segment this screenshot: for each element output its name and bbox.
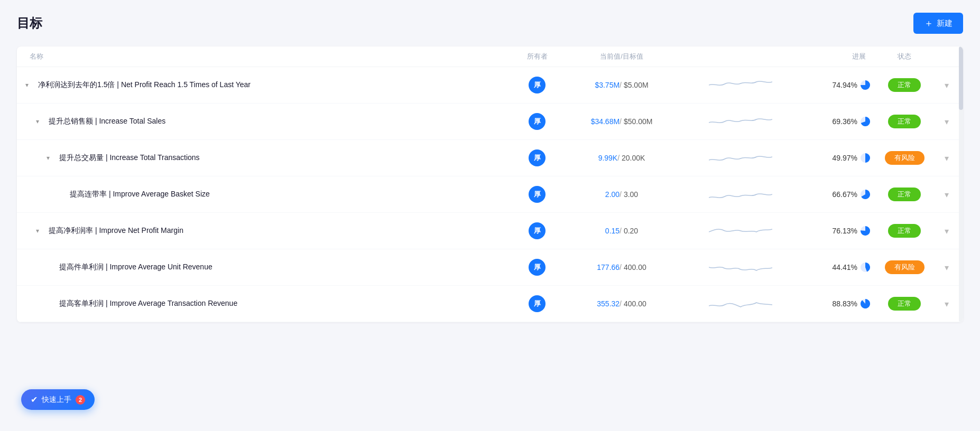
- col-status-cell: 正常: [870, 188, 939, 201]
- current-value: 177.66: [597, 263, 620, 271]
- value-separator: /: [617, 154, 622, 162]
- col-value-cell: 2.00/ 3.00: [569, 190, 674, 199]
- header-action: [939, 52, 955, 61]
- col-value-cell: 177.66/ 400.00: [569, 263, 674, 271]
- col-chart-cell: [674, 148, 807, 167]
- col-action-cell[interactable]: ▾: [939, 117, 955, 127]
- row-action-icon[interactable]: ▾: [945, 226, 949, 236]
- progress-pie-chart: [861, 263, 870, 272]
- col-status-cell: 有风险: [870, 151, 939, 165]
- sparkline-chart: [709, 76, 772, 95]
- sparkline-chart: [709, 112, 772, 131]
- expand-icon[interactable]: ▾: [36, 227, 44, 235]
- col-action-cell[interactable]: ▾: [939, 226, 955, 236]
- header-owner: 所有者: [505, 52, 569, 61]
- sparkline-chart: [709, 185, 772, 204]
- col-name: ▾ 提升总销售额 | Increase Total Sales: [25, 117, 505, 126]
- quick-start-badge: 2: [76, 395, 85, 405]
- check-icon: ✔: [31, 395, 38, 405]
- row-action-icon[interactable]: ▾: [945, 117, 949, 127]
- col-action-cell[interactable]: ▾: [939, 80, 955, 90]
- value-separator: /: [620, 81, 624, 89]
- status-badge: 有风险: [885, 260, 924, 274]
- col-action-cell[interactable]: ▾: [939, 299, 955, 309]
- progress-text: 74.94%: [833, 81, 857, 89]
- avatar: 厚: [529, 113, 546, 130]
- target-value: 400.00: [624, 299, 646, 308]
- col-progress-cell: 66.67%: [807, 190, 870, 199]
- current-value: $34.68M: [591, 117, 620, 126]
- col-chart-cell: [674, 185, 807, 204]
- current-value: $3.75M: [595, 81, 620, 89]
- table-header: 名称 所有者 当前值/目标值 进展 状态: [17, 46, 963, 67]
- table-body: ▾ 净利润达到去年的1.5倍 | Net Profit Reach 1.5 Ti…: [17, 67, 963, 322]
- sparkline-chart: [709, 221, 772, 240]
- col-owner-cell: 厚: [505, 259, 569, 276]
- col-progress-cell: 74.94%: [807, 80, 870, 90]
- col-name: 提高连带率 | Improve Average Basket Size: [25, 190, 505, 199]
- table-row: ▾ 提高净利润率 | Improve Net Profit Margin 厚 0…: [17, 213, 963, 249]
- new-button[interactable]: ＋ 新建: [913, 13, 963, 34]
- page-container: 目标 ＋ 新建 名称 所有者 当前值/目标值 进展 状态 ▾ 净利润达到去年的1…: [0, 0, 980, 431]
- col-action-cell[interactable]: ▾: [939, 153, 955, 163]
- col-progress-cell: 76.13%: [807, 226, 870, 236]
- avatar: 厚: [529, 295, 546, 312]
- progress-text: 44.41%: [833, 263, 857, 271]
- table-row: ▾ 提升总销售额 | Increase Total Sales 厚 $34.68…: [17, 104, 963, 140]
- row-action-icon[interactable]: ▾: [945, 153, 949, 163]
- avatar: 厚: [529, 149, 546, 166]
- table-row: 提高件单利润 | Improve Average Unit Revenue 厚 …: [17, 249, 963, 286]
- plus-icon: ＋: [924, 17, 933, 30]
- progress-pie-chart: [861, 153, 870, 163]
- scrollbar-track[interactable]: [959, 46, 963, 322]
- avatar: 厚: [529, 186, 546, 203]
- avatar: 厚: [529, 77, 546, 93]
- col-name: ▾ 提高净利润率 | Improve Net Profit Margin: [25, 226, 505, 236]
- col-name: ▾ 净利润达到去年的1.5倍 | Net Profit Reach 1.5 Ti…: [25, 80, 505, 90]
- expand-icon[interactable]: ▾: [25, 81, 34, 89]
- col-chart-cell: [674, 258, 807, 277]
- progress-text: 69.36%: [833, 117, 857, 126]
- expand-icon[interactable]: ▾: [36, 118, 44, 125]
- quick-start-button[interactable]: ✔ 快速上手 2: [21, 389, 95, 410]
- row-action-icon[interactable]: ▾: [945, 190, 949, 200]
- col-value-cell: $3.75M/ $5.00M: [569, 81, 674, 89]
- row-name-text: 提高净利润率 | Improve Net Profit Margin: [49, 226, 183, 236]
- col-progress-cell: 49.97%: [807, 153, 870, 163]
- row-name-text: 提升总销售额 | Increase Total Sales: [49, 117, 165, 126]
- status-badge: 正常: [888, 224, 921, 238]
- scrollbar-thumb[interactable]: [959, 46, 963, 110]
- row-action-icon[interactable]: ▾: [945, 263, 949, 273]
- row-name-text: 提高件单利润 | Improve Average Unit Revenue: [59, 263, 212, 272]
- table-row: ▾ 提升总交易量 | Increase Total Transactions 厚…: [17, 140, 963, 176]
- progress-pie-chart: [861, 80, 870, 90]
- status-badge: 正常: [888, 78, 921, 92]
- header-status: 状态: [870, 52, 939, 61]
- avatar: 厚: [529, 259, 546, 276]
- progress-text: 49.97%: [833, 154, 857, 162]
- col-action-cell[interactable]: ▾: [939, 263, 955, 273]
- page-header: 目标 ＋ 新建: [17, 13, 963, 34]
- current-value: 0.15: [605, 227, 620, 235]
- current-value: 2.00: [605, 190, 620, 199]
- target-value: 3.00: [624, 190, 638, 199]
- col-action-cell[interactable]: ▾: [939, 190, 955, 200]
- value-separator: /: [620, 263, 624, 271]
- value-separator: /: [620, 227, 624, 235]
- row-name-text: 提高连带率 | Improve Average Basket Size: [70, 190, 210, 199]
- quick-start-label: 快速上手: [42, 395, 71, 405]
- col-status-cell: 正常: [870, 297, 939, 311]
- header-chart: [674, 52, 807, 61]
- row-action-icon[interactable]: ▾: [945, 80, 949, 90]
- value-separator: /: [620, 190, 624, 199]
- progress-pie-chart: [861, 299, 870, 308]
- target-value: 400.00: [624, 263, 646, 271]
- row-name-text: 提升总交易量 | Increase Total Transactions: [59, 153, 200, 163]
- col-progress-cell: 44.41%: [807, 263, 870, 272]
- row-action-icon[interactable]: ▾: [945, 299, 949, 309]
- expand-icon[interactable]: ▾: [47, 154, 55, 162]
- value-separator: /: [620, 117, 624, 126]
- table-container: 名称 所有者 当前值/目标值 进展 状态 ▾ 净利润达到去年的1.5倍 | Ne…: [17, 46, 963, 322]
- progress-pie-chart: [861, 117, 870, 126]
- header-value: 当前值/目标值: [569, 52, 674, 61]
